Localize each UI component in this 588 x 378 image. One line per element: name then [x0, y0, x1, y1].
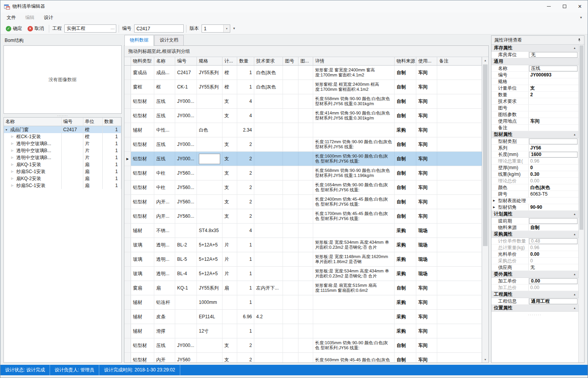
collapse-icon[interactable]: ▲: [573, 233, 576, 236]
prop-row[interactable]: 采购总价0: [491, 258, 578, 264]
prop-row[interactable]: 计量单位支: [491, 85, 578, 92]
cell-qty[interactable]: 2: [237, 166, 254, 180]
toolbar-overflow-icon[interactable]: ▼: [233, 27, 236, 30]
prop-value[interactable]: 6063-T5: [529, 191, 578, 197]
prop-row[interactable]: 光料单价0.00: [491, 251, 578, 258]
prop-value[interactable]: 0: [529, 165, 578, 171]
prop-row[interactable]: 图号: [491, 105, 578, 111]
cell-code[interactable]: JY000...: [175, 109, 197, 123]
cell-fig2[interactable]: [298, 353, 313, 362]
cell-qty[interactable]: 4: [237, 109, 254, 123]
cell-fig1[interactable]: [283, 267, 298, 281]
cell-code[interactable]: BL-4: [175, 267, 197, 281]
pin-icon[interactable]: [577, 38, 581, 42]
prop-value[interactable]: JY000693: [529, 72, 578, 78]
cell-fig1[interactable]: [283, 109, 298, 123]
prop-value[interactable]: JY56: [529, 145, 578, 151]
cell-name[interactable]: 压线: [154, 109, 175, 123]
prop-value[interactable]: 支: [529, 85, 578, 91]
expand-icon[interactable]: ▷: [11, 135, 16, 138]
prop-value[interactable]: [529, 78, 578, 85]
cell-name[interactable]: 内开...: [154, 209, 175, 223]
cell-fig1[interactable]: [283, 238, 298, 252]
version-dropdown-icon[interactable]: ▼: [223, 25, 230, 32]
prop-row[interactable]: 技术要求: [491, 98, 578, 105]
prop-row[interactable]: 物料来源自制: [491, 224, 578, 231]
tree-row[interactable]: ▼成品门窗C2417樘1: [4, 126, 121, 133]
cell-type[interactable]: 辅材: [131, 324, 154, 338]
collapse-icon[interactable]: ▲: [573, 293, 576, 296]
minimize-button[interactable]: [541, 0, 557, 12]
cell-note[interactable]: [437, 166, 482, 180]
cell-tech[interactable]: [254, 209, 283, 223]
cell-detail[interactable]: 长度:414mm 切角:90-90 颜色:白色|灰色 型材系列:JY56 线重:…: [313, 109, 395, 123]
menubar-overflow-icon[interactable]: ▼: [579, 16, 586, 19]
cell-tech[interactable]: [254, 137, 283, 151]
collapse-icon[interactable]: ▲: [573, 307, 576, 309]
prop-value[interactable]: 自制: [529, 224, 578, 231]
menu-item-2[interactable]: 设计: [40, 13, 57, 23]
cell-fig2[interactable]: [298, 238, 313, 252]
cell-note[interactable]: [437, 281, 482, 295]
cell-code[interactable]: JY560...: [175, 195, 197, 209]
scrollbar-track[interactable]: [482, 63, 488, 356]
prop-row[interactable]: 加工总价0.00: [491, 284, 578, 291]
tab-1[interactable]: 设计文档: [154, 35, 184, 45]
cell-code[interactable]: JY560...: [175, 180, 197, 194]
cell-loc[interactable]: 车间: [416, 195, 437, 209]
collapse-icon[interactable]: ▲: [573, 213, 576, 215]
cell-source[interactable]: 自制: [395, 209, 416, 223]
cell-loc[interactable]: 车间: [416, 109, 437, 123]
cell-qty[interactable]: 2: [237, 209, 254, 223]
expand-icon[interactable]: ▶: [493, 206, 495, 209]
collapse-icon[interactable]: ▲: [573, 133, 576, 136]
cell-source[interactable]: 采购: [395, 238, 416, 252]
ok-button[interactable]: ✓ 确定: [3, 24, 25, 33]
prop-row[interactable]: 备注: [491, 125, 578, 131]
cell-code[interactable]: C2417: [175, 66, 197, 80]
cell-loc[interactable]: 车间: [416, 180, 437, 194]
cell-name[interactable]: 透明...: [154, 267, 175, 281]
cell-loc[interactable]: 车间: [416, 310, 437, 324]
tree-row[interactable]: ▷纱扇SC-1安装扇1: [4, 182, 121, 189]
close-button[interactable]: ×: [572, 0, 588, 12]
cell-qty[interactable]: 1: [237, 252, 254, 266]
cell-unit[interactable]: [222, 295, 237, 309]
prop-row[interactable]: 库房库位无: [491, 52, 578, 58]
cell-qty[interactable]: 2: [237, 180, 254, 194]
cell-fig1[interactable]: [283, 80, 298, 94]
column-header-fig2[interactable]: 图...: [298, 57, 313, 65]
cell-source[interactable]: 自制: [395, 109, 416, 123]
property-scrollbar-thumb[interactable]: [579, 45, 583, 230]
cell-code[interactable]: [175, 295, 197, 309]
expand-icon[interactable]: ▷: [11, 163, 16, 166]
prop-value[interactable]: 0.30: [529, 171, 578, 177]
cell-tech[interactable]: [254, 180, 283, 194]
cell-source[interactable]: 自制: [395, 353, 416, 362]
cell-fig2[interactable]: [298, 338, 313, 352]
cell-unit[interactable]: 片: [222, 238, 237, 252]
cell-fig1[interactable]: [283, 123, 298, 137]
cell-unit[interactable]: [222, 224, 237, 238]
cell-fig2[interactable]: [298, 94, 313, 108]
cell-unit[interactable]: 樘: [222, 80, 237, 94]
prop-row[interactable]: 总计重量(kg)0.96: [491, 244, 578, 251]
column-header-note[interactable]: 备注: [437, 57, 482, 65]
prop-value[interactable]: 压线: [529, 66, 578, 71]
prop-row[interactable]: ▶型材表面处理: [491, 198, 578, 204]
expand-icon[interactable]: ▷: [11, 177, 16, 180]
prop-value[interactable]: [529, 218, 578, 224]
prop-row[interactable]: 壁厚(mm)0: [491, 165, 578, 171]
cell-source[interactable]: 自制: [395, 281, 416, 295]
cell-code[interactable]: [175, 224, 197, 238]
cell-spec[interactable]: [197, 137, 222, 151]
cell-qty[interactable]: 1: [237, 80, 254, 94]
scroll-up-icon[interactable]: ▲: [482, 57, 488, 63]
cell-spec[interactable]: JY55系列: [197, 66, 222, 80]
prop-group-0[interactable]: 库存属性▲: [491, 45, 578, 52]
cell-type[interactable]: 辅材: [131, 310, 154, 324]
cell-unit[interactable]: [222, 324, 237, 338]
cell-note[interactable]: [437, 267, 482, 281]
cell-note[interactable]: [437, 238, 482, 252]
cell-loc[interactable]: 车间: [416, 209, 437, 223]
